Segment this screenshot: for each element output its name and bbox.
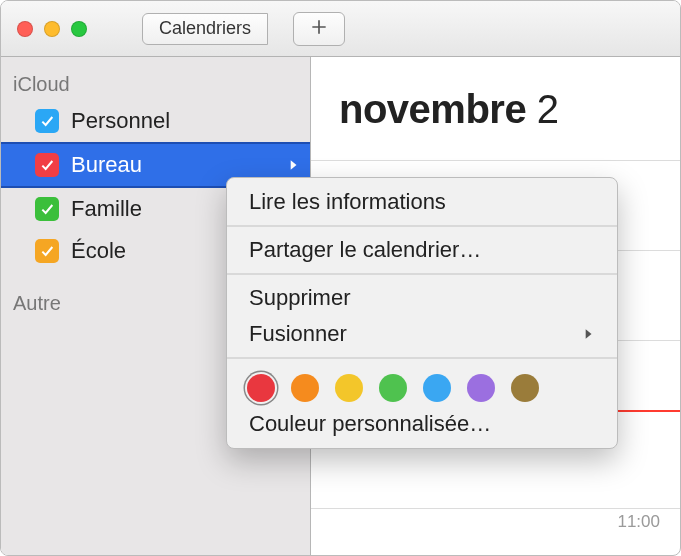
checkbox-icon[interactable]	[35, 239, 59, 263]
titlebar: Calendriers	[1, 1, 680, 57]
calendars-toggle-button[interactable]: Calendriers	[142, 13, 268, 45]
toolbar-segment: Calendriers	[142, 13, 268, 45]
menu-separator	[227, 273, 617, 275]
swatch-brown[interactable]	[511, 374, 539, 402]
checkbox-icon[interactable]	[35, 153, 59, 177]
submenu-arrow-icon	[581, 321, 595, 347]
swatch-yellow[interactable]	[335, 374, 363, 402]
menu-separator	[227, 225, 617, 227]
zoom-window-button[interactable]	[71, 21, 87, 37]
swatch-green[interactable]	[379, 374, 407, 402]
menu-separator	[227, 357, 617, 359]
menu-item-get-info[interactable]: Lire les informations	[227, 184, 617, 220]
sidebar-item-label: Famille	[71, 196, 142, 222]
menu-item-custom-color[interactable]: Couleur personnalisée…	[227, 406, 617, 442]
swatch-purple[interactable]	[467, 374, 495, 402]
menu-item-merge[interactable]: Fusionner	[227, 316, 617, 352]
menu-item-label: Lire les informations	[249, 189, 446, 215]
checkbox-icon[interactable]	[35, 109, 59, 133]
color-swatch-row	[227, 364, 617, 406]
swatch-orange[interactable]	[291, 374, 319, 402]
plus-icon	[309, 17, 329, 41]
menu-item-label: Partager le calendrier…	[249, 237, 481, 263]
month-title: novembre 2	[311, 57, 680, 150]
chevron-right-icon	[286, 152, 300, 178]
minimize-window-button[interactable]	[44, 21, 60, 37]
calendar-window: Calendriers iCloud Personnel Bureau	[0, 0, 681, 556]
checkbox-icon[interactable]	[35, 197, 59, 221]
menu-item-label: Supprimer	[249, 285, 350, 311]
sidebar-item-label: École	[71, 238, 126, 264]
swatch-red[interactable]	[247, 374, 275, 402]
menu-item-label: Fusionner	[249, 321, 347, 347]
window-controls	[1, 21, 87, 37]
time-label: 11:00	[617, 512, 660, 532]
menu-item-delete[interactable]: Supprimer	[227, 280, 617, 316]
sidebar-item-label: Bureau	[71, 152, 142, 178]
menu-item-label: Couleur personnalisée…	[249, 411, 491, 437]
swatch-blue[interactable]	[423, 374, 451, 402]
close-window-button[interactable]	[17, 21, 33, 37]
add-event-button[interactable]	[293, 12, 345, 46]
sidebar-item-label: Personnel	[71, 108, 170, 134]
sidebar-group-icloud: iCloud	[1, 67, 310, 100]
menu-item-share-calendar[interactable]: Partager le calendrier…	[227, 232, 617, 268]
calendar-context-menu: Lire les informations Partager le calend…	[226, 177, 618, 449]
sidebar-item-personnel[interactable]: Personnel	[1, 100, 310, 142]
